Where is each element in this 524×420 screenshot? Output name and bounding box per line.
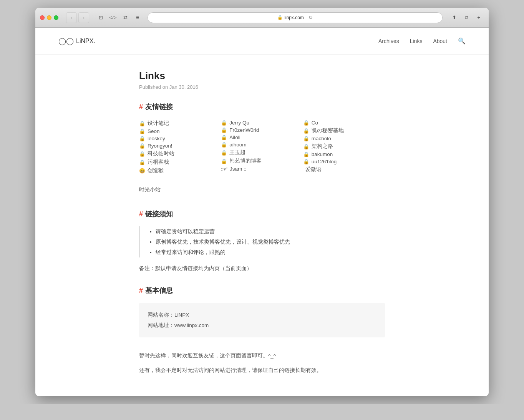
- hash-icon: #: [139, 287, 143, 295]
- nav-archives[interactable]: Archives: [378, 38, 399, 44]
- link-item[interactable]: 🔒王玉超: [221, 148, 303, 157]
- lock-icon: 🔒: [139, 128, 145, 134]
- lock-icon: 🔒: [139, 159, 145, 165]
- link-item[interactable]: 🔒设计笔记: [139, 119, 221, 128]
- link-item[interactable]: 🔒uu126'blog: [303, 158, 385, 165]
- maximize-button[interactable]: [54, 15, 58, 20]
- logo-icon: ◯◯: [58, 37, 74, 45]
- lock-icon: 🔒: [139, 143, 145, 149]
- link-item[interactable]: 🔒科技临时站: [139, 149, 221, 158]
- closing-text-1: 暂时先这样，同时欢迎互换友链，这个页面留言即可。^_^: [139, 351, 385, 360]
- link-item[interactable]: ::♥" Jsam ::: [221, 165, 303, 173]
- developer-tools-button[interactable]: </>: [108, 12, 118, 23]
- lock-icon: 🔒: [303, 159, 309, 164]
- logo-text: LiNPX.: [76, 38, 95, 45]
- lock-icon: 🔒: [221, 142, 227, 148]
- back-button[interactable]: ‹: [66, 12, 77, 23]
- section-notice-heading: # 链接须知: [139, 209, 385, 219]
- lock-icon: 🔒: [277, 15, 283, 20]
- browser-window: ‹ › ⊡ </> ⇄ ≡ 🔒 linpx.com ↻ ⬆ ⧉ + ◯◯ LiN…: [35, 8, 489, 396]
- page-title: Links: [139, 70, 385, 82]
- lock-icon: 🔒: [221, 158, 227, 164]
- publish-date: Published on Jan 30, 2016: [139, 84, 385, 90]
- site-nav: Archives Links About 🔍: [378, 37, 466, 45]
- info-box: 网站名称：LiNPX 网站地址：www.linpx.com: [139, 303, 385, 337]
- closing-text-2: 还有，我会不定时对无法访问的网站进行清理，请保证自己的链接长期有效。: [139, 366, 385, 375]
- link-item[interactable]: 🔒Ryongyon!: [139, 142, 221, 149]
- site-name-label: 网站名称：: [148, 312, 174, 318]
- add-tab-button[interactable]: +: [473, 12, 484, 23]
- links-grid: 🔒设计笔记 🔒Seon 🔒leoskey 🔒Ryongyon! 🔒科技临时站 🔒…: [139, 119, 385, 175]
- section-friends-heading: # 友情链接: [139, 102, 385, 111]
- hash-icon: #: [139, 210, 143, 218]
- link-item[interactable]: 爱微语: [303, 165, 385, 174]
- link-item[interactable]: 🔒leoskey: [139, 135, 221, 142]
- link-item[interactable]: 🔒Co: [303, 119, 385, 126]
- link-item[interactable]: 🔒Jerry Qu: [221, 119, 303, 126]
- nav-about[interactable]: About: [433, 38, 447, 44]
- translate-button[interactable]: ⇄: [120, 12, 131, 23]
- notice-list: 请确定贵站可以稳定运营 原创博客优先，技术类博客优先，设计、视觉类博客优先 经常…: [148, 226, 385, 257]
- site-name-row: 网站名称：LiNPX: [148, 310, 376, 320]
- link-item[interactable]: 🔒Seon: [139, 128, 221, 135]
- links-col-3: 🔒Co 🔒凯の秘密基地 🔒macbolo 🔒架构之路 🔒bakumon 🔒uu1…: [303, 119, 385, 175]
- nav-links[interactable]: Links: [410, 38, 423, 44]
- lock-icon: 🔒: [139, 151, 145, 157]
- link-item[interactable]: 🔒韩艺博的博客: [221, 157, 303, 165]
- link-item[interactable]: 😄创造猴: [139, 166, 221, 175]
- lock-icon: 🔒: [221, 134, 227, 140]
- lock-icon: 🔒: [303, 120, 309, 126]
- section-notice-title: 链接须知: [145, 209, 173, 219]
- minimize-button[interactable]: [47, 15, 51, 20]
- section-friends: # 友情链接 🔒设计笔记 🔒Seon 🔒leoskey 🔒Ryongyon! 🔒…: [139, 102, 385, 194]
- share-button[interactable]: ⬆: [449, 12, 459, 23]
- section-basic-heading: # 基本信息: [139, 286, 385, 295]
- link-item[interactable]: 🔒Ailoli: [221, 134, 303, 141]
- reader-view-button[interactable]: ⊡: [95, 12, 106, 23]
- link-item[interactable]: 🔒bakumon: [303, 151, 385, 158]
- main-content: Links Published on Jan 30, 2016 # 友情链接 🔒…: [116, 55, 408, 396]
- lock-icon: 🔒: [303, 128, 309, 134]
- section-notice: # 链接须知 请确定贵站可以稳定运营 原创博客优先，技术类博客优先，设计、视觉类…: [139, 209, 385, 272]
- site-header: ◯◯ LiNPX. Archives Links About 🔍: [35, 28, 489, 55]
- address-bar[interactable]: 🔒 linpx.com ↻: [148, 12, 443, 23]
- section-basic: # 基本信息 网站名称：LiNPX 网站地址：www.linpx.com: [139, 286, 385, 337]
- site-logo[interactable]: ◯◯ LiNPX.: [58, 37, 95, 45]
- site-url-label: 网站地址：: [148, 322, 174, 328]
- section-basic-title: 基本信息: [145, 286, 173, 295]
- link-item[interactable]: 🔒污桐客栈: [139, 158, 221, 166]
- lock-icon: 🔒: [221, 120, 227, 126]
- reader-mode-button[interactable]: ≡: [132, 12, 143, 23]
- site-name-value: LiNPX: [174, 312, 189, 318]
- search-icon[interactable]: 🔍: [458, 37, 466, 45]
- url-text: linpx.com: [284, 15, 304, 20]
- smile-icon: 😄: [139, 168, 145, 174]
- link-item[interactable]: 🔒凯の秘密基地: [303, 126, 385, 135]
- traffic-lights: [40, 15, 58, 20]
- forward-button[interactable]: ›: [78, 12, 89, 23]
- link-item[interactable]: 🔒架构之路: [303, 142, 385, 151]
- link-item[interactable]: 🔒macbolo: [303, 135, 385, 142]
- lock-icon: 🔒: [139, 136, 145, 141]
- site-url-value: www.linpx.com: [174, 322, 209, 328]
- notice-item: 原创博客优先，技术类博客优先，设计、视觉类博客优先: [156, 237, 385, 247]
- close-button[interactable]: [40, 15, 45, 20]
- link-item-extra[interactable]: 时光小站: [139, 186, 161, 194]
- link-item[interactable]: 🔒aihoom: [221, 141, 303, 148]
- new-tab-button[interactable]: ⧉: [461, 12, 472, 23]
- lock-icon: 🔒: [303, 144, 309, 149]
- hash-icon: #: [139, 103, 143, 111]
- lock-icon: 🔒: [221, 150, 227, 156]
- section-friends-title: 友情链接: [145, 102, 173, 111]
- notice-item: 经常过来访问和评论，眼熟的: [156, 247, 385, 257]
- nav-buttons: ‹ ›: [66, 12, 89, 23]
- lock-icon: 🔒: [139, 121, 145, 126]
- refresh-icon[interactable]: ↻: [308, 15, 313, 20]
- extra-links: 时光小站: [139, 186, 385, 194]
- links-col-2: 🔒Jerry Qu 🔒Fr0zenW0rld 🔒Ailoli 🔒aihoom 🔒…: [221, 119, 303, 175]
- lock-icon: 🔒: [303, 136, 309, 141]
- notice-item: 请确定贵站可以稳定运营: [156, 226, 385, 237]
- link-item[interactable]: 🔒Fr0zenW0rld: [221, 126, 303, 134]
- browser-titlebar: ‹ › ⊡ </> ⇄ ≡ 🔒 linpx.com ↻ ⬆ ⧉ +: [35, 8, 489, 28]
- page-content: ◯◯ LiNPX. Archives Links About 🔍 Links P…: [35, 28, 489, 396]
